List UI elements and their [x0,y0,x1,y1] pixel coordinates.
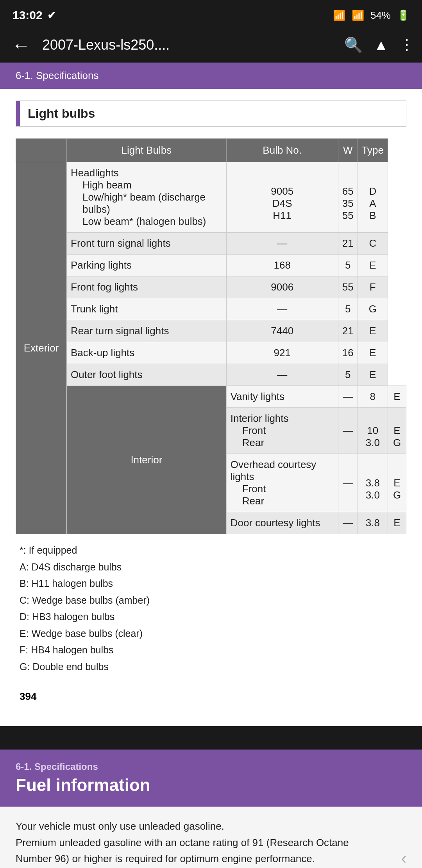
headlights-label: Headlights High beam Low/high* beam (dis… [67,162,227,233]
low-high-w: 35 [342,197,354,210]
drive-icon[interactable]: ▲ [374,37,388,54]
time-display: 13:02 [13,9,43,22]
door-courtesy-bulb: — [338,512,358,534]
bottom-content: Your vehicle must only use unleaded gaso… [0,807,422,868]
table-row: Back-up lights 921 16 E [16,342,406,364]
overhead-lights-w: — 3.8 3.0 [358,454,388,512]
footnote-b: B: H11 halogen bulbs [20,575,402,592]
rear-turn-w: 21 [338,320,358,342]
overhead-front-label: Front [231,483,334,495]
interior-lights-bulb: — — [338,408,358,454]
overhead-front-type: E [392,477,402,489]
trunk-light-bulb: — [226,298,338,320]
interior-front-w: 10 [362,425,384,437]
table-row: Parking lights 168 5 E [16,255,406,276]
front-turn-type: C [358,233,388,255]
door-courtesy-w: 3.8 [358,512,388,534]
backup-lights-w: 16 [338,342,358,364]
col-header-light-bulbs: Light Bulbs [67,139,227,162]
interior-rear-w: 3.0 [362,437,384,449]
interior-front-type: E [392,425,402,437]
front-fog-bulb: 9006 [226,276,338,298]
backup-lights-label: Back-up lights [67,342,227,364]
door-courtesy-type: E [388,512,406,534]
overhead-lights-label: Overhead courtesy lights Front Rear [226,454,338,512]
vanity-lights-w: 8 [358,386,388,408]
high-beam-bulb: 9005 [231,185,334,197]
check-icon: ✔ [47,9,56,22]
status-icons: 📶 📶 54% 🔋 [333,9,409,22]
status-time: 13:02 ✔ [13,9,56,22]
page-title: 2007-Lexus-ls250.... [42,37,336,53]
table-row: Front turn signal lights — 21 C [16,233,406,255]
overhead-front-bulb: — [342,477,354,489]
high-beam-label: High beam [71,179,222,191]
overhead-rear-w: 3.0 [362,489,384,501]
footnotes: *: If equipped A: D4S discharge bulbs B:… [16,534,406,683]
interior-front-bulb: — [342,425,354,437]
table-row: Outer foot lights — 5 E [16,364,406,386]
low-high-type: A [362,197,384,210]
table-row: Interior Vanity lights — 8 E [16,386,406,408]
outer-foot-bulb: — [226,364,338,386]
scroll-arrow[interactable]: ‹ [401,850,406,867]
door-courtesy-label: Door courtesy lights [226,512,338,534]
interior-header: Interior [67,386,227,534]
back-button[interactable]: ← [8,34,34,56]
heading-text: Light bulbs [20,101,103,126]
outer-foot-w: 5 [338,364,358,386]
footnote-c: C: Wedge base bulbs (amber) [20,592,402,609]
purple-header-strip: 6-1. Specifications [0,63,422,89]
headlights-w: — 65 35 55 [338,162,358,233]
low-beam-label: Low beam* (halogen bulbs) [71,215,222,228]
table-header-row: Light Bulbs Bulb No. W Type [16,139,406,162]
wifi-icon: 📶 [333,9,345,22]
front-fog-w: 55 [338,276,358,298]
interior-rear-type: G [392,437,402,449]
overhead-rear-type: G [392,489,402,501]
footnote-f: F: HB4 halogen bulbs [20,642,402,658]
front-turn-label: Front turn signal lights [67,233,227,255]
overhead-title: Overhead courtesy lights [231,459,334,483]
low-high-bulb: D4S [231,197,334,210]
front-fog-type: F [358,276,388,298]
bottom-section-header: 6-1. Specifications Fuel information [0,750,422,807]
outer-foot-label: Outer foot lights [67,364,227,386]
headlights-bulb: — 9005 D4S H11 [226,162,338,233]
low-beam-type: B [362,210,384,222]
parking-lights-bulb: 168 [226,255,338,276]
table-row: Trunk light — 5 G [16,298,406,320]
status-bar: 13:02 ✔ 📶 📶 54% 🔋 [0,0,422,27]
footnote-asterisk: *: If equipped [20,542,402,559]
col-header-type: Type [358,139,388,162]
low-beam-w: 55 [342,210,354,222]
bottom-section-title: Fuel information [16,775,406,795]
trunk-light-w: 5 [338,298,358,320]
trunk-light-type: G [358,298,388,320]
battery-display: 54% [370,9,391,22]
interior-lights-w: — 10 3.0 [358,408,388,454]
interior-rear-bulb [342,437,354,449]
rear-turn-label: Rear turn signal lights [67,320,227,342]
overhead-front-w: 3.8 [362,477,384,489]
bottom-spec-label: 6-1. Specifications [16,761,406,772]
toolbar-icons: 🔍 ▲ ⋮ [344,36,414,54]
backup-lights-type: E [358,342,388,364]
interior-lights-type: — E G [388,408,406,454]
heading-bar [16,101,20,126]
search-icon[interactable]: 🔍 [344,36,363,54]
headlights-title: Headlights [71,167,222,179]
signal-icon: 📶 [352,9,364,22]
content-area: Light bulbs Light Bulbs Bulb No. W Type … [0,89,422,726]
fuel-info-text: Your vehicle must only use unleaded gaso… [16,818,406,867]
more-icon[interactable]: ⋮ [399,36,414,54]
page-gap [0,726,422,750]
light-bulbs-table: Light Bulbs Bulb No. W Type Exterior Hea… [16,138,406,534]
parking-lights-w: 5 [338,255,358,276]
headlights-type: — D A B [358,162,388,233]
interior-rear-label: Rear [231,437,334,449]
trunk-light-label: Trunk light [67,298,227,320]
battery-icon: 🔋 [397,9,409,22]
footnote-g: G: Double end bulbs [20,658,402,675]
table-row: Rear turn signal lights 7440 21 E [16,320,406,342]
